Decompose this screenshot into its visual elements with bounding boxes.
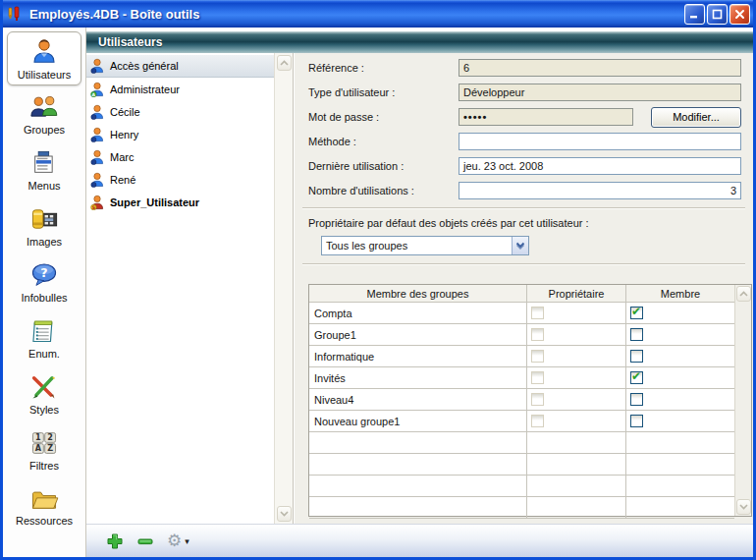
maximize-button[interactable] (707, 4, 728, 25)
sidebar-item-label: Utilisateurs (18, 69, 71, 81)
table-row: Niveau4 ✔ ✔ (309, 389, 734, 411)
folder-icon (29, 486, 59, 514)
proprietaire-checkbox[interactable]: ✔ (531, 393, 544, 406)
use-count-label: Nombre d'utilisations : (308, 185, 459, 196)
sidebar-item-images[interactable]: Images (7, 199, 81, 253)
membre-checkbox[interactable]: ✔ (630, 415, 643, 427)
user-type-field: Développeur (459, 84, 741, 101)
user-row[interactable]: Accès général (86, 55, 274, 78)
app-window: Employés.4DB - Boîte outils (0, 0, 756, 560)
scroll-up-icon[interactable] (277, 55, 292, 71)
styles-icon (29, 373, 59, 403)
scroll-up-icon[interactable] (736, 286, 751, 302)
table-row: Compta ✔ ✔ (309, 303, 734, 324)
filters-icon: 1 2 A Z (29, 429, 59, 459)
minimize-button[interactable] (684, 4, 705, 25)
membre-checkbox[interactable]: ✔ (630, 350, 643, 363)
user-type-label: Type d'utilisateur : (308, 86, 459, 98)
svg-text:2: 2 (47, 433, 53, 442)
groups-table-scrollbar[interactable] (734, 285, 751, 516)
default-owner-select[interactable]: Tous les groupes (321, 236, 529, 255)
table-row: Groupe1 ✔ ✔ (309, 324, 734, 346)
sidebar-item-utilisateurs[interactable]: Utilisateurs (7, 31, 81, 85)
proprietaire-checkbox[interactable]: ✔ (531, 415, 544, 427)
table-row: Invités ✔ ✔ (309, 367, 734, 389)
sidebar-item-label: Infobulles (21, 292, 67, 304)
sidebar-item-groupes[interactable]: Groupes (7, 87, 81, 141)
sidebar-item-menus[interactable]: Menus (7, 143, 81, 197)
svg-text:?: ? (40, 265, 47, 280)
user-detail-panel: Référence : 6 Type d'utilisateur : Dével… (295, 53, 753, 524)
gear-icon: ⚙ (167, 532, 182, 549)
svg-text:1: 1 (35, 433, 41, 442)
user-row[interactable]: Marc (86, 145, 274, 168)
groups-table: Membre des groupes Propriétaire Membre C… (308, 284, 752, 517)
sidebar-item-filtres[interactable]: 1 2 A Z Filtres (7, 423, 81, 477)
sidebar-item-ressources[interactable]: Ressources (7, 479, 81, 533)
combo-value: Tous les groupes (322, 240, 512, 252)
sidebar-item-styles[interactable]: Styles (7, 367, 81, 421)
col-header-membre-des-groupes[interactable]: Membre des groupes (309, 285, 527, 303)
col-header-membre[interactable]: Membre (626, 285, 734, 303)
table-row-empty (309, 497, 734, 519)
password-label: Mot de passe : (308, 111, 459, 123)
sidebar-item-label: Menus (27, 180, 60, 192)
sidebar-item-infobulles[interactable]: ? Infobulles (7, 255, 81, 309)
reference-label: Référence : (308, 62, 459, 74)
table-row-empty (309, 476, 734, 497)
modify-password-button[interactable]: Modifier... (651, 107, 741, 128)
membre-checkbox[interactable]: ✔ (630, 328, 643, 341)
user-row[interactable]: Henry (86, 123, 274, 145)
table-row-empty (309, 432, 734, 454)
sidebar-item-label: Ressources (16, 515, 73, 527)
sidebar-item-enum[interactable]: Enum. (7, 311, 81, 365)
close-button[interactable] (729, 4, 750, 25)
last-use-field[interactable]: jeu. 23 oct. 2008 (459, 157, 741, 175)
sidebar-item-label: Enum. (28, 348, 60, 360)
password-field: ••••• (459, 108, 633, 126)
reference-field: 6 (459, 59, 741, 77)
user-row[interactable]: Cécile (86, 100, 274, 123)
user-icon (90, 127, 104, 142)
proprietaire-checkbox[interactable]: ✔ (531, 328, 544, 341)
user-row[interactable]: René (86, 168, 274, 191)
use-count-field[interactable]: 3 (459, 182, 741, 199)
users-icon (29, 36, 59, 68)
superuser-icon: S (90, 195, 104, 210)
titlebar[interactable]: Employés.4DB - Boîte outils (0, 0, 756, 28)
user-icon (90, 104, 104, 120)
proprietaire-checkbox[interactable]: ✔ (531, 350, 544, 363)
table-row: Informatique ✔ ✔ (309, 346, 734, 367)
chevron-down-icon[interactable] (512, 237, 528, 254)
user-list: Accès général A Administrateur Cécile He… (86, 53, 294, 524)
proprietaire-checkbox[interactable]: ✔ (531, 371, 544, 384)
user-icon (90, 58, 104, 74)
proprietaire-checkbox[interactable]: ✔ (531, 307, 544, 319)
user-list-scrollbar[interactable] (274, 53, 293, 524)
groups-table-header: Membre des groupes Propriétaire Membre (309, 285, 734, 303)
delete-user-button[interactable] (136, 532, 154, 550)
method-field[interactable] (459, 133, 741, 150)
tooltip-icon: ? (29, 261, 59, 291)
col-header-proprietaire[interactable]: Propriétaire (527, 285, 626, 303)
panel-header: Utilisateurs (86, 31, 753, 53)
bottom-toolbar: ⚙ ▾ (86, 524, 753, 557)
user-row[interactable]: S Super_Utilisateur (86, 191, 274, 213)
actions-menu-button[interactable]: ⚙ ▾ (167, 532, 189, 549)
sidebar: Utilisateurs Groupes (3, 28, 86, 557)
user-row[interactable]: A Administrateur (86, 78, 274, 100)
sidebar-item-label: Filtres (29, 460, 59, 472)
toolbox-app-icon (6, 5, 24, 23)
divider (302, 207, 745, 209)
plus-icon (106, 532, 124, 550)
membre-checkbox[interactable]: ✔ (630, 307, 643, 319)
minus-icon (136, 532, 154, 550)
add-user-button[interactable] (106, 532, 124, 550)
enum-icon (30, 317, 58, 347)
membre-checkbox[interactable]: ✔ (630, 371, 643, 384)
membre-checkbox[interactable]: ✔ (630, 393, 643, 406)
scroll-down-icon[interactable] (277, 506, 292, 522)
scroll-down-icon[interactable] (736, 499, 751, 515)
sidebar-item-label: Styles (29, 404, 59, 416)
svg-text:Z: Z (47, 444, 53, 453)
